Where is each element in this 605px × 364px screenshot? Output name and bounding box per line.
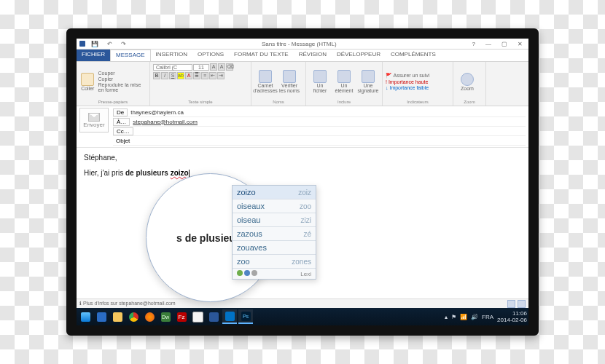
check-names-button[interactable]: Vérifier les noms: [278, 70, 300, 93]
shrink-font-button[interactable]: A: [218, 63, 225, 71]
to-button[interactable]: À…: [113, 118, 130, 126]
qat-redo-icon[interactable]: ↷: [118, 41, 129, 47]
window-minimize-icon[interactable]: —: [483, 41, 494, 47]
people-pane-icon[interactable]: [507, 300, 515, 308]
attach-file-button[interactable]: Un fichier: [309, 70, 331, 93]
high-importance-button[interactable]: ! Importance haute: [386, 79, 429, 84]
suggestion-row[interactable]: zoizozoiz: [233, 186, 316, 199]
indent-right-button[interactable]: ⇥: [217, 72, 225, 79]
font-color-button[interactable]: A: [185, 72, 192, 79]
low-importance-button[interactable]: ↓ Importance faible: [386, 85, 429, 90]
underline-button[interactable]: S: [169, 72, 176, 79]
cc-button[interactable]: Cc…: [113, 127, 133, 135]
group-flags-title: Indicateurs: [386, 100, 450, 104]
filezilla-icon: Fz: [177, 312, 187, 322]
zoom-button[interactable]: Zoom: [456, 73, 478, 91]
photoshop-icon: Ps: [241, 312, 251, 321]
bullets-button[interactable]: ≣: [193, 72, 200, 79]
tab-format-text[interactable]: FORMAT DU TEXTE: [229, 50, 294, 61]
numbering-button[interactable]: ≡: [201, 72, 208, 79]
window-help-icon[interactable]: ?: [469, 41, 478, 47]
suggestion-row[interactable]: zoozones: [233, 255, 316, 269]
taskbar-app-outlook[interactable]: [222, 309, 237, 324]
taskbar-app-filezilla[interactable]: Fz: [174, 310, 189, 323]
font-size-select[interactable]: 11: [193, 64, 209, 71]
body-line: Hier, j'ai pris de plusieurs zoizo: [84, 169, 521, 178]
send-button[interactable]: Envoyer: [79, 108, 109, 132]
send-label: Envoyer: [83, 122, 104, 128]
taskbar-app-firefox[interactable]: [142, 310, 157, 323]
address-book-icon: [259, 70, 272, 83]
tray-time[interactable]: 11:06: [512, 310, 527, 317]
bold-button[interactable]: B: [153, 72, 160, 79]
to-value[interactable]: stepahane@hotmail.com: [133, 119, 526, 125]
status-bar: ℹ Plus d'infos sur stepahane@hotmail.com: [77, 298, 528, 308]
window-close-icon[interactable]: ✕: [515, 41, 526, 47]
highlight-button[interactable]: ab: [177, 72, 184, 79]
tray-up-icon[interactable]: ▴: [445, 314, 448, 320]
tray-volume-icon[interactable]: 🔊: [471, 314, 478, 320]
grow-font-button[interactable]: A: [210, 63, 217, 71]
tab-review[interactable]: RÉVISION: [294, 50, 332, 61]
paperclip-icon: [313, 70, 327, 83]
suggestion-row[interactable]: zouaves: [233, 241, 316, 255]
tray-date[interactable]: 2014-02-06: [497, 317, 527, 323]
subject-label: Objet: [113, 138, 133, 144]
group-zoom: Zoom Zoom: [453, 62, 486, 106]
signature-button[interactable]: Une signature: [357, 70, 379, 93]
taskbar-app-photoshop[interactable]: Ps: [238, 309, 253, 324]
group-clipboard-title: Presse-papiers: [79, 100, 147, 104]
from-button[interactable]: De: [113, 108, 128, 116]
attach-file-label: Un fichier: [313, 83, 327, 93]
tab-file[interactable]: FICHIER: [77, 50, 110, 61]
tab-complements[interactable]: COMPLÉMENTS: [386, 50, 441, 61]
taskbar-app-word[interactable]: [206, 310, 221, 323]
group-zoom-title: Zoom: [456, 100, 483, 104]
qat-undo-icon[interactable]: ↶: [104, 41, 115, 47]
clear-format-button[interactable]: ⌫: [226, 63, 233, 71]
follow-up-button[interactable]: 🚩 Assurer un suivi: [386, 73, 429, 79]
status-dot-green-icon: [237, 270, 243, 276]
taskbar-app-ie[interactable]: [94, 310, 109, 323]
clipboard-icon: [81, 73, 94, 86]
font-name-select[interactable]: Calibri (C: [153, 64, 192, 71]
suggestion-row[interactable]: zazouszé: [233, 227, 316, 241]
tray-network-icon[interactable]: 📶: [460, 314, 467, 320]
tray-flag-icon[interactable]: ⚑: [451, 314, 456, 320]
suggestion-row[interactable]: oiseauxzoo: [233, 199, 316, 213]
format-painter-button[interactable]: Reproduire la mise en forme: [98, 82, 147, 92]
paste-button[interactable]: Coller: [79, 73, 96, 91]
tab-insertion[interactable]: INSERTION: [151, 50, 192, 61]
group-font-title: Texte simple: [153, 100, 248, 104]
taskbar-app-notepad[interactable]: [190, 310, 205, 323]
folder-icon: [113, 312, 122, 322]
group-include-title: Inclure: [309, 100, 379, 104]
window-maximize-icon[interactable]: ▢: [499, 41, 510, 47]
address-book-button[interactable]: Carnet d'adresses: [254, 70, 276, 93]
view-toggle-icon[interactable]: [518, 300, 526, 308]
misspelled-word[interactable]: zoizo: [171, 169, 189, 177]
outlook-taskbar-icon: [225, 312, 235, 321]
indent-left-button[interactable]: ⇤: [209, 72, 216, 79]
status-info: Plus d'infos sur stepahane@hotmail.com: [83, 301, 176, 306]
start-button[interactable]: [78, 310, 93, 323]
status-dot-grey-icon: [251, 270, 257, 276]
qat-save-icon[interactable]: 💾: [88, 41, 101, 47]
taskbar-app-chrome[interactable]: [126, 310, 141, 323]
taskbar-app-explorer[interactable]: [110, 310, 125, 323]
suggestion-row[interactable]: oiseauzizi: [233, 213, 316, 227]
spellcheck-popup: zoizozoiz oiseauxzoo oiseauzizi zazouszé…: [232, 185, 316, 280]
tray-language[interactable]: FRA: [482, 314, 493, 320]
tab-options[interactable]: OPTIONS: [192, 50, 229, 61]
screen: 💾 ↶ ↷ Sans titre - Message (HTML) ? — ▢ …: [77, 39, 528, 325]
taskbar-app-dreamweaver[interactable]: Dw: [158, 310, 173, 323]
attach-item-button[interactable]: Un élément: [333, 70, 355, 93]
italic-button[interactable]: I: [161, 72, 168, 79]
cut-button[interactable]: Couper: [98, 71, 147, 76]
tab-developer[interactable]: DÉVELOPPEUR: [332, 50, 386, 61]
tab-message[interactable]: MESSAGE: [110, 50, 151, 61]
suggestion-footer: Lexi: [233, 269, 316, 279]
check-names-label: Vérifier les noms: [279, 83, 300, 93]
lexibar-label: Lexi: [300, 271, 311, 277]
copy-button[interactable]: Copier: [98, 76, 147, 82]
